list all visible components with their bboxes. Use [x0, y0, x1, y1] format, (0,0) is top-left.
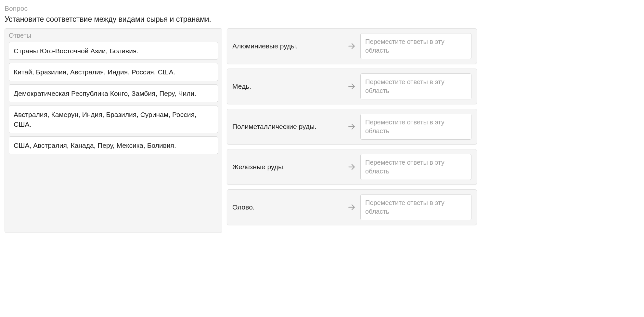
- answers-header: Ответы: [9, 32, 218, 39]
- target-row: Алюминиевые руды. Переместите ответы в э…: [227, 28, 477, 64]
- target-row: Полиметаллические руды. Переместите отве…: [227, 109, 477, 145]
- question-label: Вопрос: [5, 5, 639, 12]
- arrow-right-icon: [347, 82, 356, 91]
- target-label: Железные руды.: [232, 163, 343, 171]
- target-row: Железные руды. Переместите ответы в эту …: [227, 149, 477, 185]
- answers-panel: Ответы Страны Юго-Восточной Азии, Боливи…: [5, 28, 222, 233]
- target-label: Алюминиевые руды.: [232, 42, 343, 50]
- answer-item[interactable]: США, Австралия, Канада, Перу, Мексика, Б…: [9, 136, 218, 154]
- target-label: Олово.: [232, 203, 343, 211]
- answer-item[interactable]: Демократическая Республика Конго, Замбия…: [9, 84, 218, 102]
- question-text: Установите соответствие между видами сыр…: [5, 15, 639, 24]
- target-label: Медь.: [232, 82, 343, 90]
- drop-zone[interactable]: Переместите ответы в эту область: [360, 154, 471, 180]
- arrow-right-icon: [347, 42, 356, 50]
- answer-item[interactable]: Австралия, Камерун, Индия, Бразилия, Сур…: [9, 106, 218, 133]
- target-row: Медь. Переместите ответы в эту область: [227, 69, 477, 104]
- targets-panel: Алюминиевые руды. Переместите ответы в э…: [227, 28, 477, 225]
- answer-item[interactable]: Китай, Бразилия, Австралия, Индия, Росси…: [9, 63, 218, 81]
- arrow-right-icon: [347, 163, 356, 171]
- arrow-right-icon: [347, 122, 356, 131]
- drop-zone[interactable]: Переместите ответы в эту область: [360, 194, 471, 220]
- answer-item[interactable]: Страны Юго-Восточной Азии, Боливия.: [9, 42, 218, 60]
- matching-content: Ответы Страны Юго-Восточной Азии, Боливи…: [5, 28, 639, 233]
- drop-zone[interactable]: Переместите ответы в эту область: [360, 73, 471, 99]
- arrow-right-icon: [347, 203, 356, 211]
- target-label: Полиметаллические руды.: [232, 123, 343, 131]
- target-row: Олово. Переместите ответы в эту область: [227, 189, 477, 225]
- drop-zone[interactable]: Переместите ответы в эту область: [360, 33, 471, 59]
- drop-zone[interactable]: Переместите ответы в эту область: [360, 114, 471, 140]
